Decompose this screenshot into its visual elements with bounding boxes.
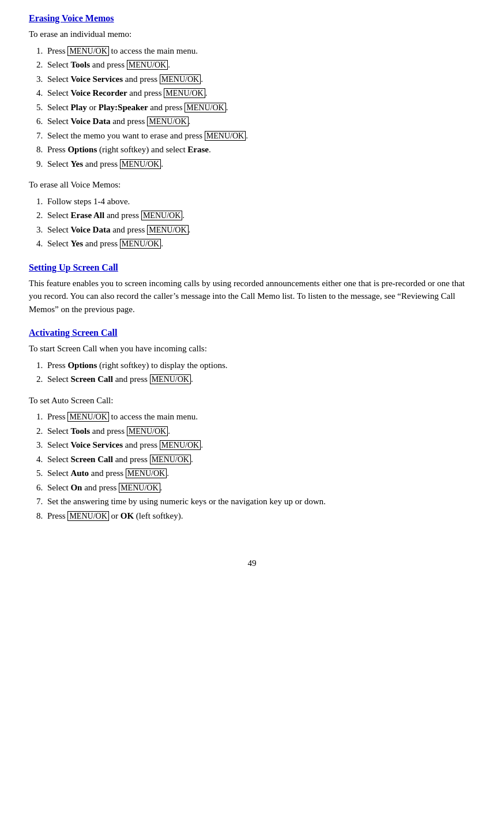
bold-label: Voice Services [70,440,123,449]
bold-label: Tools [70,426,90,436]
menu-ok-key: MENU/OK [150,455,191,464]
menu-ok-key: MENU/OK [126,468,167,478]
step-text: . [191,374,193,384]
setting-up-screen-call-section: Setting Up Screen Call This feature enab… [29,261,475,316]
step-text: (right softkey) to display the options. [97,361,227,370]
erase-individual-intro: To erase an individual memo: [29,28,475,41]
bold-label: Yes [70,239,83,248]
bold-label: Options [67,145,97,154]
step-text: Press [47,46,67,55]
bold-label: Play:Speaker [99,103,148,112]
menu-ok-key: MENU/OK [205,131,246,141]
list-item: Select On and press MENU/OK. [45,481,475,494]
step-text: Select [47,239,70,248]
list-item: Select Voice Recorder and press MENU/OK. [45,87,475,100]
step-text: Select [47,60,70,69]
step-text: and press [83,159,120,168]
page-number: 49 [29,557,475,570]
bold-label: Screen Call [70,374,112,384]
step-text: Select [47,483,70,492]
auto-screen-call-intro: To set Auto Screen Call: [29,394,475,407]
erasing-voice-memos-title: Erasing Voice Memos [29,12,475,25]
step-text: and press [89,468,126,478]
menu-ok-key: MENU/OK [120,239,161,249]
bold-label: Voice Services [70,74,123,84]
list-item: Select Voice Services and press MENU/OK. [45,73,475,86]
erase-all-intro: To erase all Voice Memos: [29,178,475,192]
list-item: Select Yes and press MENU/OK. [45,158,475,171]
step-text: and press [83,239,120,248]
menu-ok-key: MENU/OK [185,103,225,112]
activate-incoming-intro: To start Screen Call when you have incom… [29,342,475,355]
step-text: Press [47,412,67,421]
step-text: Select [47,159,70,168]
step-text: . [161,239,163,248]
list-item: Select Voice Data and press MENU/OK. [45,223,475,237]
step-text: and press [110,117,147,126]
activating-screen-call-title: Activating Screen Call [29,326,475,340]
list-item: Select Auto and press MENU/OK. [45,467,475,480]
step-text: Set the answering time by using numeric … [47,497,326,506]
list-item: Press MENU/OK or OK (left softkey). [45,509,475,523]
step-text: Select [47,88,70,97]
step-text: to access the main menu. [109,412,198,421]
list-item: Press Options (right softkey) and select… [45,143,475,156]
menu-ok-key: MENU/OK [147,225,188,235]
auto-screen-call-subsection: To set Auto Screen Call: Press MENU/OK t… [29,394,475,523]
menu-ok-key: MENU/OK [160,440,201,450]
list-item: Select Tools and press MENU/OK. [45,58,475,72]
step-text: Select the memo you want to erase and pr… [47,131,205,140]
menu-ok-key: MENU/OK [127,60,168,70]
step-text: . [160,483,163,492]
list-item: Press MENU/OK to access the main menu. [45,410,475,423]
step-text: Press [47,145,67,154]
menu-ok-key: MENU/OK [119,483,160,493]
step-text: and press [127,88,164,97]
step-text: . [189,225,191,234]
menu-ok-key: MENU/OK [67,511,108,521]
bold-label: Auto [70,468,89,478]
step-text: . [209,145,211,154]
menu-ok-key: MENU/OK [160,74,201,84]
bold-label: On [70,483,82,492]
step-text: Select [47,225,70,234]
step-text: Select [47,468,70,478]
activate-incoming-subsection: To start Screen Call when you have incom… [29,342,475,386]
erase-all-subsection: To erase all Voice Memos: Follow steps 1… [29,178,475,250]
menu-ok-key: MENU/OK [120,159,161,169]
step-text: . [201,74,203,84]
list-item: Press Options (right softkey) to display… [45,359,475,372]
step-text: . [246,131,248,140]
step-text: and press [104,211,141,220]
list-item: Select Screen Call and press MENU/OK. [45,453,475,466]
list-item: Press MENU/OK to access the main menu. [45,44,475,58]
list-item: Select Voice Services and press MENU/OK. [45,438,475,452]
step-text: and press [123,440,160,449]
bold-label: Options [67,361,97,370]
step-text: and press [113,455,150,464]
step-text: . [191,455,193,464]
list-item: Select Screen Call and press MENU/OK. [45,373,475,386]
step-text: Select [47,440,70,449]
step-text: Select [47,455,70,464]
bold-label: Erase [187,145,209,154]
step-text: and press [123,74,160,84]
step-text: . [168,60,170,69]
menu-ok-key: MENU/OK [147,117,188,126]
step-text: Select [47,211,70,220]
erase-individual-steps: Press MENU/OK to access the main menu. S… [45,44,475,171]
step-text: and press [148,103,185,112]
step-text: and press [90,426,127,436]
step-text: . [168,426,170,436]
list-item: Select Play or Play:Speaker and press ME… [45,101,475,114]
screen-call-description: This feature enables you to screen incom… [29,277,475,316]
bold-label: Voice Data [70,117,110,126]
setting-up-screen-call-title: Setting Up Screen Call [29,261,475,275]
list-item: Select the memo you want to erase and pr… [45,129,475,142]
step-text: Select [47,103,70,112]
menu-ok-key: MENU/OK [164,88,205,98]
step-text: Press [47,511,67,520]
step-text: Follow steps 1-4 above. [47,197,130,206]
bold-label: Tools [70,60,90,69]
bold-label: OK [121,511,134,520]
